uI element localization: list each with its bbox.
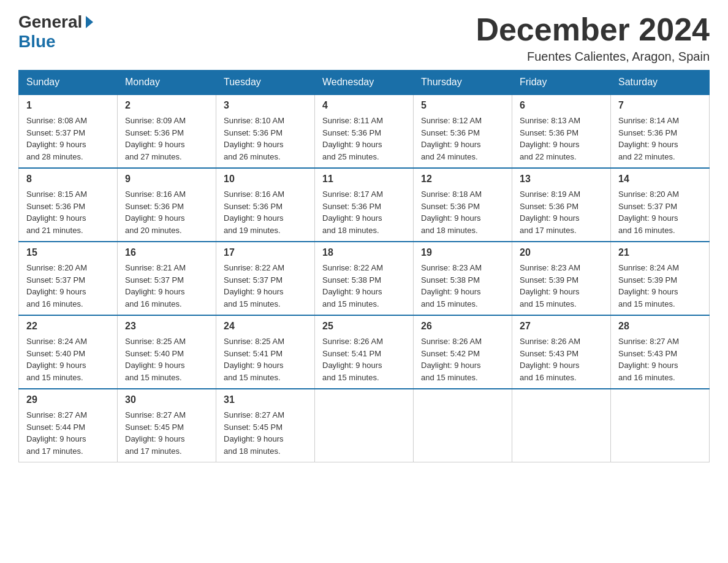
daylight-minutes: and 16 minutes. xyxy=(520,373,577,382)
sunrise-label: Sunrise: 8:16 AM xyxy=(125,190,186,199)
calendar-cell: 7 Sunrise: 8:14 AM Sunset: 5:36 PM Dayli… xyxy=(611,94,710,168)
day-number: 7 xyxy=(618,100,702,111)
day-info: Sunrise: 8:16 AM Sunset: 5:36 PM Dayligh… xyxy=(224,188,307,236)
header-wednesday: Wednesday xyxy=(315,71,414,95)
day-info: Sunrise: 8:24 AM Sunset: 5:40 PM Dayligh… xyxy=(26,335,110,383)
sunrise-label: Sunrise: 8:17 AM xyxy=(322,190,383,199)
daylight-minutes: and 20 minutes. xyxy=(125,226,182,235)
day-number: 12 xyxy=(421,174,504,185)
daylight-label: Daylight: 9 hours xyxy=(26,213,86,223)
daylight-minutes: and 27 minutes. xyxy=(125,152,182,161)
calendar-cell xyxy=(611,389,710,462)
calendar-cell xyxy=(512,389,611,462)
daylight-minutes: and 18 minutes. xyxy=(322,226,379,235)
daylight-label: Daylight: 9 hours xyxy=(618,140,678,149)
daylight-label: Daylight: 9 hours xyxy=(26,434,86,443)
sunrise-label: Sunrise: 8:12 AM xyxy=(421,116,482,125)
daylight-label: Daylight: 9 hours xyxy=(125,140,185,149)
daylight-label: Daylight: 9 hours xyxy=(322,140,382,149)
sunrise-label: Sunrise: 8:23 AM xyxy=(421,263,482,272)
sunset-label: Sunset: 5:39 PM xyxy=(520,275,578,285)
daylight-minutes: and 16 minutes. xyxy=(618,373,675,382)
day-number: 30 xyxy=(125,394,208,405)
calendar-cell: 10 Sunrise: 8:16 AM Sunset: 5:36 PM Dayl… xyxy=(216,168,315,242)
calendar-cell: 8 Sunrise: 8:15 AM Sunset: 5:36 PM Dayli… xyxy=(19,168,118,242)
header-saturday: Saturday xyxy=(611,71,710,95)
sunrise-label: Sunrise: 8:25 AM xyxy=(224,337,284,346)
logo-blue: Blue xyxy=(18,32,56,52)
sunset-label: Sunset: 5:37 PM xyxy=(26,128,85,137)
sunrise-label: Sunrise: 8:14 AM xyxy=(618,116,679,125)
calendar-cell: 15 Sunrise: 8:20 AM Sunset: 5:37 PM Dayl… xyxy=(19,242,118,315)
sunrise-label: Sunrise: 8:20 AM xyxy=(618,190,679,199)
sunrise-label: Sunrise: 8:24 AM xyxy=(26,337,87,346)
sunset-label: Sunset: 5:36 PM xyxy=(322,202,381,211)
week-row-2: 8 Sunrise: 8:15 AM Sunset: 5:36 PM Dayli… xyxy=(19,168,710,242)
sunset-label: Sunset: 5:36 PM xyxy=(224,128,282,137)
day-number: 18 xyxy=(322,247,406,258)
sunrise-label: Sunrise: 8:26 AM xyxy=(421,337,482,346)
calendar-cell: 12 Sunrise: 8:18 AM Sunset: 5:36 PM Dayl… xyxy=(414,168,512,242)
day-number: 23 xyxy=(125,321,208,332)
sunset-label: Sunset: 5:39 PM xyxy=(618,275,677,285)
sunrise-label: Sunrise: 8:25 AM xyxy=(125,337,186,346)
day-info: Sunrise: 8:26 AM Sunset: 5:41 PM Dayligh… xyxy=(322,335,406,383)
calendar-cell: 16 Sunrise: 8:21 AM Sunset: 5:37 PM Dayl… xyxy=(118,242,216,315)
sunrise-label: Sunrise: 8:23 AM xyxy=(520,263,580,272)
page-header: General Blue December 2024 Fuentes Calie… xyxy=(18,12,710,64)
sunset-label: Sunset: 5:36 PM xyxy=(421,128,480,137)
sunrise-label: Sunrise: 8:19 AM xyxy=(520,190,580,199)
title-block: December 2024 Fuentes Calientes, Aragon,… xyxy=(476,12,710,64)
sunrise-label: Sunrise: 8:11 AM xyxy=(322,116,383,125)
daylight-minutes: and 15 minutes. xyxy=(125,373,182,382)
sunset-label: Sunset: 5:36 PM xyxy=(125,128,184,137)
sunset-label: Sunset: 5:45 PM xyxy=(224,423,282,432)
daylight-minutes: and 18 minutes. xyxy=(224,446,281,456)
header-thursday: Thursday xyxy=(414,71,512,95)
week-row-4: 22 Sunrise: 8:24 AM Sunset: 5:40 PM Dayl… xyxy=(19,315,710,389)
calendar-cell xyxy=(315,389,414,462)
day-info: Sunrise: 8:12 AM Sunset: 5:36 PM Dayligh… xyxy=(421,115,504,163)
day-info: Sunrise: 8:13 AM Sunset: 5:36 PM Dayligh… xyxy=(520,115,603,163)
header-tuesday: Tuesday xyxy=(216,71,315,95)
daylight-minutes: and 17 minutes. xyxy=(125,446,182,456)
day-info: Sunrise: 8:19 AM Sunset: 5:36 PM Dayligh… xyxy=(520,188,603,236)
day-info: Sunrise: 8:24 AM Sunset: 5:39 PM Dayligh… xyxy=(618,262,702,310)
sunset-label: Sunset: 5:36 PM xyxy=(421,202,480,211)
calendar-cell: 19 Sunrise: 8:23 AM Sunset: 5:38 PM Dayl… xyxy=(414,242,512,315)
day-number: 2 xyxy=(125,100,208,111)
daylight-minutes: and 15 minutes. xyxy=(224,373,281,382)
sunrise-label: Sunrise: 8:21 AM xyxy=(125,263,186,272)
day-info: Sunrise: 8:27 AM Sunset: 5:45 PM Dayligh… xyxy=(224,409,307,457)
calendar-cell: 28 Sunrise: 8:27 AM Sunset: 5:43 PM Dayl… xyxy=(611,315,710,389)
daylight-label: Daylight: 9 hours xyxy=(421,213,481,223)
daylight-minutes: and 15 minutes. xyxy=(224,299,281,308)
day-info: Sunrise: 8:25 AM Sunset: 5:40 PM Dayligh… xyxy=(125,335,208,383)
sunset-label: Sunset: 5:36 PM xyxy=(26,202,85,211)
day-number: 13 xyxy=(520,174,603,185)
calendar-cell: 24 Sunrise: 8:25 AM Sunset: 5:41 PM Dayl… xyxy=(216,315,315,389)
sunset-label: Sunset: 5:44 PM xyxy=(26,423,85,432)
calendar-cell: 22 Sunrise: 8:24 AM Sunset: 5:40 PM Dayl… xyxy=(19,315,118,389)
sunrise-label: Sunrise: 8:26 AM xyxy=(322,337,383,346)
day-info: Sunrise: 8:23 AM Sunset: 5:39 PM Dayligh… xyxy=(520,262,603,310)
daylight-minutes: and 16 minutes. xyxy=(125,299,182,308)
sunset-label: Sunset: 5:36 PM xyxy=(520,202,578,211)
daylight-label: Daylight: 9 hours xyxy=(125,287,185,296)
day-info: Sunrise: 8:18 AM Sunset: 5:36 PM Dayligh… xyxy=(421,188,504,236)
sunset-label: Sunset: 5:36 PM xyxy=(322,128,381,137)
daylight-label: Daylight: 9 hours xyxy=(322,287,382,296)
day-number: 17 xyxy=(224,247,307,258)
sunrise-label: Sunrise: 8:16 AM xyxy=(224,190,284,199)
daylight-label: Daylight: 9 hours xyxy=(618,361,678,370)
day-info: Sunrise: 8:22 AM Sunset: 5:38 PM Dayligh… xyxy=(322,262,406,310)
day-number: 6 xyxy=(520,100,603,111)
location: Fuentes Calientes, Aragon, Spain xyxy=(476,50,710,64)
day-number: 26 xyxy=(421,321,504,332)
sunset-label: Sunset: 5:36 PM xyxy=(618,128,677,137)
calendar-cell: 11 Sunrise: 8:17 AM Sunset: 5:36 PM Dayl… xyxy=(315,168,414,242)
week-row-3: 15 Sunrise: 8:20 AM Sunset: 5:37 PM Dayl… xyxy=(19,242,710,315)
day-number: 25 xyxy=(322,321,406,332)
day-info: Sunrise: 8:27 AM Sunset: 5:44 PM Dayligh… xyxy=(26,409,110,457)
daylight-label: Daylight: 9 hours xyxy=(125,434,185,443)
